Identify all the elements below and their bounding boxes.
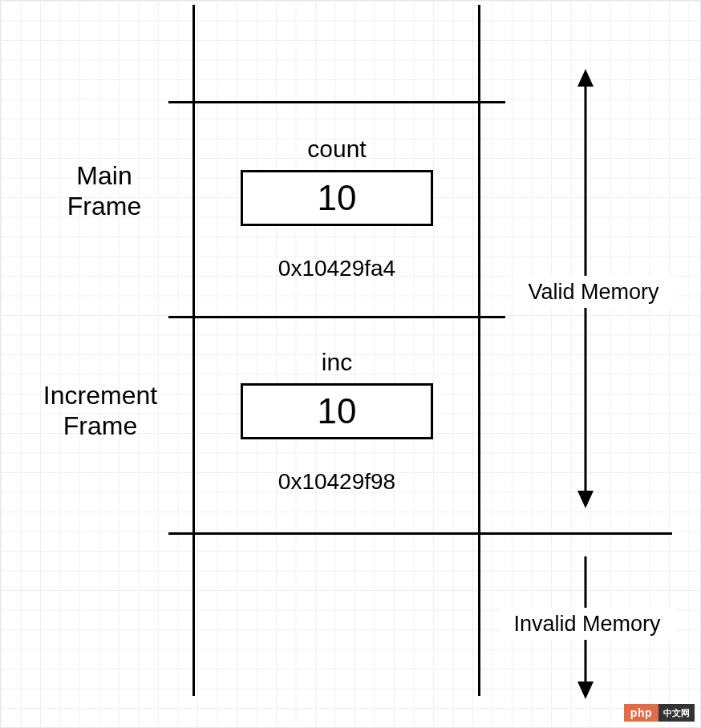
inc-var-box: 10 — [241, 383, 433, 439]
watermark-php: php — [624, 704, 658, 722]
main-frame-label-line1: Main — [48, 160, 160, 191]
main-var-address: 0x10429fa4 — [241, 255, 433, 282]
arrow-down-icon — [577, 491, 594, 508]
arrow-up-icon — [577, 69, 594, 87]
inc-var-value: 10 — [318, 391, 357, 431]
invalid-memory-label: Invalid Memory — [499, 608, 675, 640]
arrow-down-icon — [577, 681, 594, 699]
frame-bottom-separator — [168, 532, 672, 535]
main-var-box: 10 — [241, 170, 433, 226]
stack-right-border — [478, 5, 480, 696]
frame-top-separator — [168, 101, 505, 103]
stack-left-border — [192, 5, 195, 696]
increment-frame-label-line2: Frame — [16, 411, 184, 441]
watermark: php 中文网 — [624, 704, 695, 722]
main-frame-label-line2: Frame — [48, 191, 160, 221]
inc-var-name: inc — [241, 348, 433, 377]
inc-var-address: 0x10429f98 — [241, 468, 433, 495]
valid-memory-label: Valid Memory — [513, 276, 674, 308]
main-var-value: 10 — [318, 178, 357, 218]
watermark-cn: 中文网 — [658, 704, 695, 722]
main-frame-label: Main Frame — [48, 160, 160, 222]
increment-frame-label: Increment Frame — [16, 380, 184, 442]
frame-middle-separator — [168, 316, 505, 318]
main-var-name: count — [241, 135, 433, 164]
increment-frame-label-line1: Increment — [16, 380, 184, 411]
